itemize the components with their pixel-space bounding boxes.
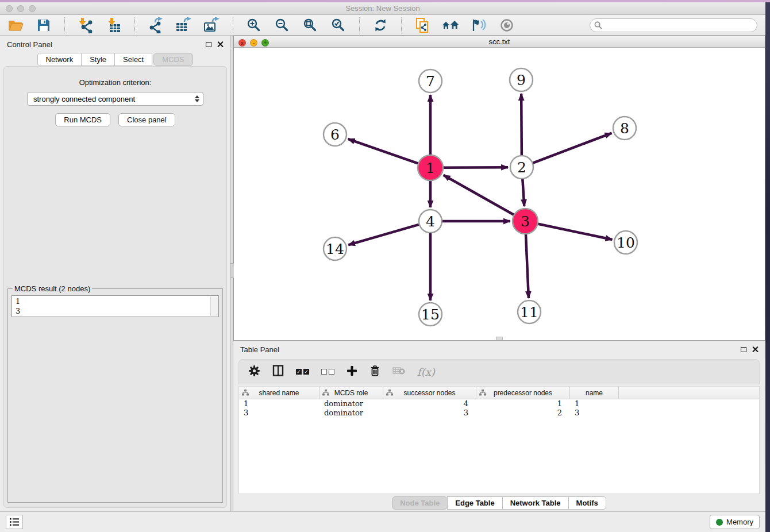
edge-2-9[interactable] (521, 94, 522, 155)
mcds-panel-body: Optimization criterion: strongly connect… (3, 66, 227, 508)
export-network-icon[interactable] (147, 17, 164, 34)
cell-name[interactable]: 1 (570, 399, 619, 408)
memory-status-icon (716, 519, 723, 526)
network-close-button[interactable]: x (238, 39, 246, 47)
export-table-icon[interactable] (175, 17, 192, 34)
column-header-name[interactable]: name (570, 387, 619, 399)
column-header-shared-name[interactable]: shared name (239, 387, 319, 399)
cell-name[interactable]: 3 (570, 408, 619, 418)
tab-select[interactable]: Select (114, 53, 152, 66)
zoom-out-icon[interactable] (274, 17, 291, 34)
close-panel-icon[interactable] (217, 41, 224, 48)
save-session-icon[interactable] (35, 17, 52, 34)
table-settings-gear-icon[interactable] (248, 365, 260, 379)
hide-graphics-details-icon[interactable] (470, 17, 487, 34)
zoom-window-button[interactable] (29, 5, 36, 12)
column-header-successor-nodes[interactable]: successor nodes (383, 387, 476, 399)
float-table-panel-icon[interactable] (741, 347, 746, 352)
table-row[interactable]: 1dominator411 (239, 399, 759, 408)
unselect-all-columns-icon[interactable] (321, 369, 334, 375)
delete-column-icon[interactable] (392, 366, 405, 377)
run-mcds-button[interactable]: Run MCDS (55, 113, 110, 126)
home-networks-icon[interactable] (442, 17, 459, 34)
edge-4-14[interactable] (348, 225, 419, 245)
canvas-splitter-handle[interactable] (496, 337, 503, 340)
cell-shared-name[interactable]: 1 (239, 399, 319, 408)
network-zoom-button[interactable]: + (261, 39, 269, 47)
cell-successor-nodes[interactable]: 4 (383, 399, 476, 408)
node-3[interactable]: 3 (513, 209, 538, 234)
close-table-panel-icon[interactable] (752, 346, 759, 353)
cell-successor-nodes[interactable]: 3 (383, 408, 476, 418)
window-titlebar: Session: New Session (0, 2, 765, 15)
column-header-predecessor-nodes[interactable]: predecessor nodes (476, 387, 570, 399)
window-title: Session: New Session (345, 4, 419, 13)
memory-button[interactable]: Memory (710, 515, 760, 529)
node-4[interactable]: 4 (419, 210, 442, 233)
search-input[interactable] (590, 18, 757, 32)
node-11[interactable]: 11 (518, 300, 541, 323)
node-1[interactable]: 1 (418, 155, 443, 180)
edge-2-8[interactable] (533, 133, 612, 163)
close-panel-button[interactable]: Close panel (118, 113, 175, 126)
delete-row-icon[interactable] (369, 365, 380, 379)
tab-style[interactable]: Style (81, 53, 115, 66)
table-row[interactable]: 3dominator323 (239, 408, 759, 418)
edge-3-11[interactable] (526, 234, 529, 298)
minimize-window-button[interactable] (17, 5, 24, 12)
tab-mcds[interactable]: MCDS (153, 53, 192, 66)
tab-network[interactable]: Network (37, 53, 82, 66)
edge-3-10[interactable] (538, 224, 613, 240)
cell-mcds-role[interactable]: dominator (319, 399, 383, 408)
edge-1-6[interactable] (348, 139, 418, 163)
export-image-icon[interactable] (203, 17, 221, 34)
add-row-icon[interactable] (346, 365, 357, 379)
edge-1-2[interactable] (444, 167, 508, 168)
float-panel-icon[interactable] (206, 42, 211, 47)
edge-3-1[interactable] (444, 175, 514, 215)
import-table-icon[interactable] (105, 17, 122, 34)
edge-2-3[interactable] (522, 179, 524, 206)
function-builder-icon[interactable]: f(x) (417, 366, 435, 378)
cell-mcds-role[interactable]: dominator (319, 408, 383, 418)
node-8[interactable]: 8 (613, 117, 636, 140)
zoom-in-icon[interactable] (245, 17, 263, 34)
main-toolbar (0, 15, 765, 36)
optimization-criterion-dropdown[interactable]: strongly connected component (27, 92, 203, 106)
close-window-button[interactable] (6, 5, 13, 12)
node-7[interactable]: 7 (419, 70, 442, 92)
toolbar-separator (134, 17, 135, 33)
import-network-icon[interactable] (77, 17, 94, 34)
vertical-splitter[interactable] (230, 36, 233, 511)
network-minimize-button[interactable]: - (250, 39, 257, 47)
tab-motifs[interactable]: Motifs (568, 496, 606, 510)
node-15[interactable]: 15 (419, 303, 442, 326)
node-9[interactable]: 9 (510, 68, 533, 91)
task-history-button[interactable] (6, 515, 23, 529)
clone-network-icon[interactable] (414, 17, 431, 34)
zoom-fit-icon[interactable] (302, 17, 319, 34)
show-hide-eye-icon[interactable] (498, 17, 515, 34)
node-14[interactable]: 14 (324, 237, 346, 260)
select-all-columns-icon[interactable]: ✓✓ (296, 369, 309, 375)
zoom-selected-icon[interactable] (330, 17, 347, 34)
tab-node-table[interactable]: Node Table (392, 496, 448, 510)
node-6[interactable]: 6 (324, 123, 346, 146)
node-2[interactable]: 2 (510, 156, 533, 179)
node-10[interactable]: 10 (614, 231, 637, 254)
open-session-icon[interactable] (7, 17, 24, 34)
network-canvas[interactable]: 7968124314101511 (234, 48, 765, 340)
result-scrollbar[interactable] (210, 296, 218, 316)
refresh-icon[interactable] (372, 17, 389, 34)
tab-network-table[interactable]: Network Table (502, 496, 569, 510)
dropdown-selected-value: strongly connected component (33, 95, 195, 103)
network-window-titlebar: x - + scc.txt (234, 36, 765, 48)
tab-edge-table[interactable]: Edge Table (447, 496, 502, 510)
cell-predecessor-nodes[interactable]: 1 (476, 399, 570, 408)
show-column-panel-icon[interactable] (272, 365, 284, 379)
cell-shared-name[interactable]: 3 (239, 408, 319, 418)
control-panel-tabs: NetworkStyleSelectMCDS (0, 53, 230, 66)
cell-predecessor-nodes[interactable]: 2 (476, 408, 570, 418)
workspace: x - + scc.txt 7968124314101511 Table Pan… (233, 36, 765, 511)
column-header-mcds-role[interactable]: MCDS role (319, 387, 383, 399)
